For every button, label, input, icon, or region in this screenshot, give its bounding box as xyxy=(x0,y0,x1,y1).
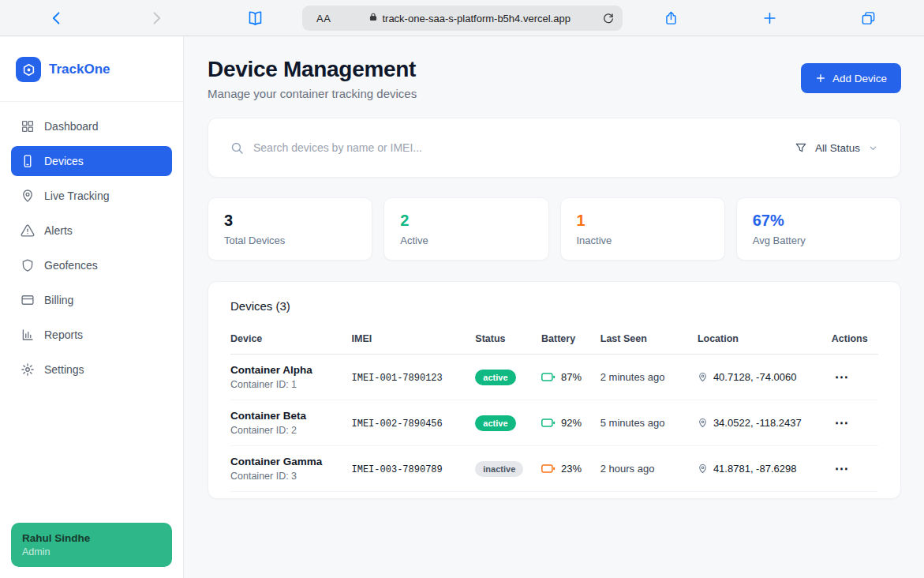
stat-total-devices: 3 Total Devices xyxy=(208,197,372,261)
stat-inactive: 1 Inactive xyxy=(560,197,725,261)
column-header-last-seen: Last Seen xyxy=(600,327,698,355)
back-icon[interactable] xyxy=(49,10,65,26)
reload-icon[interactable] xyxy=(602,12,615,24)
sidebar-item-settings[interactable]: Settings xyxy=(11,355,172,385)
column-header-actions: Actions xyxy=(832,327,878,355)
battery-icon xyxy=(541,372,556,382)
page-subtitle: Manage your container tracking devices xyxy=(208,87,417,100)
url-text: track-one-saa-s-platform-b5h4.vercel.app xyxy=(382,13,570,24)
device-id: Container ID: 2 xyxy=(230,425,346,436)
status-badge: active xyxy=(475,415,515,431)
sidebar-item-dashboard[interactable]: Dashboard xyxy=(11,111,172,141)
stat-avg-battery: 67% Avg Battery xyxy=(736,197,901,261)
trackone-logo-icon xyxy=(16,57,41,82)
stat-value: 67% xyxy=(753,212,885,230)
sidebar-item-label: Billing xyxy=(44,294,73,306)
more-options-button[interactable]: ⋯ xyxy=(832,462,852,475)
devices-table: Device IMEI Status Battery Last Seen Loc… xyxy=(230,327,878,492)
search-input[interactable] xyxy=(253,141,785,154)
sidebar-item-label: Reports xyxy=(44,328,83,341)
column-header-device: Device xyxy=(230,327,352,355)
dashboard-icon xyxy=(21,119,35,133)
status-filter-dropdown[interactable]: All Status xyxy=(795,141,878,154)
stats-row: 3 Total Devices 2 Active 1 Inactive 67% … xyxy=(208,197,901,261)
battery-value: 92% xyxy=(561,417,582,429)
column-header-battery: Battery xyxy=(541,327,600,355)
bookmarks-icon[interactable] xyxy=(247,9,264,26)
chevron-down-icon xyxy=(868,143,878,153)
stat-active: 2 Active xyxy=(383,197,548,261)
last-seen: 2 minutes ago xyxy=(600,371,665,383)
sidebar-item-label: Alerts xyxy=(44,224,73,237)
url-bar[interactable]: AA track-one-saa-s-platform-b5h4.vercel.… xyxy=(302,6,623,31)
more-options-button[interactable]: ⋯ xyxy=(832,416,852,430)
more-options-button[interactable]: ⋯ xyxy=(832,370,852,384)
device-name: Container Gamma xyxy=(230,456,346,467)
main-content: Device Management Manage your container … xyxy=(184,36,924,578)
sidebar-nav: Dashboard Devices Live Tracking Alerts G… xyxy=(0,102,183,389)
smartphone-icon xyxy=(21,154,35,168)
user-name: Rahul Sindhe xyxy=(22,532,161,544)
page-title: Device Management xyxy=(208,57,417,82)
add-device-label: Add Device xyxy=(832,73,887,84)
forward-icon[interactable] xyxy=(148,10,164,26)
sidebar-item-alerts[interactable]: Alerts xyxy=(11,216,172,246)
device-id: Container ID: 3 xyxy=(230,471,346,482)
location-coords: 40.7128, -74.0060 xyxy=(713,371,797,383)
battery-value: 23% xyxy=(561,463,582,475)
share-icon[interactable] xyxy=(664,9,679,26)
search-panel: All Status xyxy=(208,118,901,178)
sidebar-item-label: Live Tracking xyxy=(44,190,109,202)
table-row: Container Beta Container ID: 2 IMEI-002-… xyxy=(230,400,878,446)
sidebar-item-devices[interactable]: Devices xyxy=(11,146,172,176)
device-name: Container Alpha xyxy=(230,364,346,376)
filter-icon xyxy=(795,141,807,154)
stat-label: Active xyxy=(400,235,532,246)
last-seen: 5 minutes ago xyxy=(600,417,665,429)
stat-label: Avg Battery xyxy=(753,235,885,246)
stat-value: 2 xyxy=(400,212,532,230)
gear-icon xyxy=(21,362,35,377)
device-imei: IMEI-001-7890123 xyxy=(352,373,443,384)
table-row: Container Gamma Container ID: 3 IMEI-003… xyxy=(230,446,878,492)
new-tab-icon[interactable] xyxy=(762,10,777,25)
devices-table-title: Devices (3) xyxy=(230,299,878,313)
user-role: Admin xyxy=(22,546,161,557)
status-filter-label: All Status xyxy=(815,142,860,154)
brand: TrackOne xyxy=(0,36,183,102)
sidebar-item-reports[interactable]: Reports xyxy=(11,320,172,350)
sidebar-item-label: Dashboard xyxy=(44,120,99,133)
location-coords: 41.8781, -87.6298 xyxy=(713,463,797,475)
alert-triangle-icon xyxy=(21,223,35,238)
tabs-icon[interactable] xyxy=(861,10,876,25)
sidebar-item-geofences[interactable]: Geofences xyxy=(11,250,172,280)
status-badge: inactive xyxy=(475,461,523,477)
devices-table-card: Devices (3) Device IMEI Status Battery L… xyxy=(208,281,901,499)
location-pin-icon xyxy=(698,372,708,382)
sidebar-item-live-tracking[interactable]: Live Tracking xyxy=(11,181,172,211)
battery-icon xyxy=(541,464,556,474)
column-header-status: Status xyxy=(475,327,541,355)
search-icon xyxy=(230,141,244,155)
bar-chart-icon xyxy=(21,328,35,342)
shield-icon xyxy=(21,258,35,272)
device-id: Container ID: 1 xyxy=(230,379,346,390)
column-header-imei: IMEI xyxy=(352,327,476,355)
stat-value: 3 xyxy=(224,212,356,230)
sidebar-item-label: Devices xyxy=(44,155,84,167)
device-name: Container Beta xyxy=(230,410,346,422)
location-pin-icon xyxy=(698,464,708,474)
location-pin-icon xyxy=(698,418,708,428)
sidebar-item-billing[interactable]: Billing xyxy=(11,285,172,315)
reader-button[interactable]: AA xyxy=(310,13,337,24)
location-coords: 34.0522, -118.2437 xyxy=(713,417,802,429)
add-device-button[interactable]: Add Device xyxy=(801,63,901,93)
user-card[interactable]: Rahul Sindhe Admin xyxy=(11,523,172,567)
stat-value: 1 xyxy=(577,212,709,230)
table-row: Container Alpha Container ID: 1 IMEI-001… xyxy=(230,355,878,400)
device-imei: IMEI-002-7890456 xyxy=(352,418,443,430)
plus-icon xyxy=(815,73,826,84)
credit-card-icon xyxy=(21,293,35,307)
sidebar-item-label: Geofences xyxy=(44,259,98,272)
browser-toolbar: AA track-one-saa-s-platform-b5h4.vercel.… xyxy=(0,0,924,36)
